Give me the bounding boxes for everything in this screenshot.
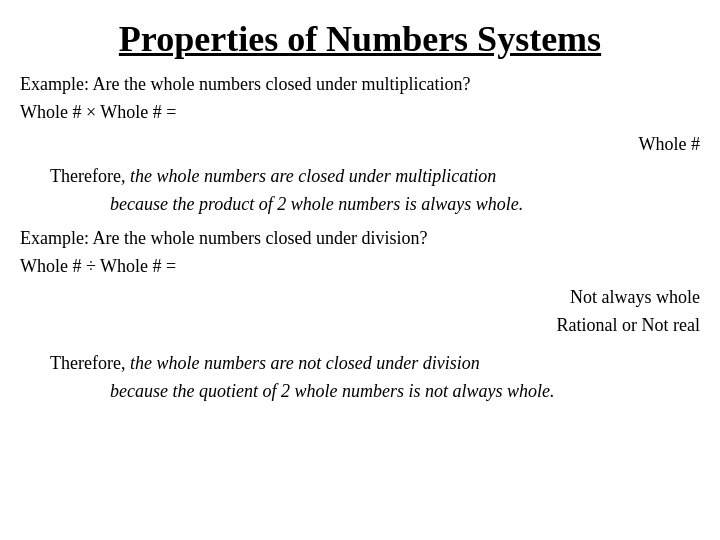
body-content: Example: Are the whole numbers closed un…: [20, 71, 700, 410]
whole-hash-result: Whole #: [20, 131, 700, 159]
section-3: Therefore, the whole numbers are closed …: [50, 163, 700, 219]
section-4: Example: Are the whole numbers closed un…: [20, 225, 700, 281]
example1-line2: Whole # × Whole # =: [20, 102, 176, 122]
therefore-italic-2: because the product of 2 whole numbers i…: [110, 194, 523, 214]
example1-line1: Example: Are the whole numbers closed un…: [20, 74, 470, 94]
page-title: Properties of Numbers Systems: [20, 18, 700, 61]
section-2: Whole #: [20, 131, 700, 159]
therefore-prefix-1: Therefore,: [50, 166, 130, 186]
page: Properties of Numbers Systems Example: A…: [0, 0, 720, 540]
rational-or-not-real: Rational or Not real: [20, 312, 700, 340]
example2-line1: Example: Are the whole numbers closed un…: [20, 228, 427, 248]
therefore-prefix-2: Therefore,: [50, 353, 130, 373]
example2-line2: Whole # ÷ Whole # =: [20, 256, 176, 276]
therefore-italic-4: because the quotient of 2 whole numbers …: [110, 381, 554, 401]
therefore-italic-3: the whole numbers are not closed under d…: [130, 353, 480, 373]
section-5: Not always whole Rational or Not real: [20, 284, 700, 340]
therefore-italic-1: the whole numbers are closed under multi…: [130, 166, 496, 186]
section-1: Example: Are the whole numbers closed un…: [20, 71, 700, 127]
not-always-whole: Not always whole: [20, 284, 700, 312]
section-6: Therefore, the whole numbers are not clo…: [50, 350, 700, 406]
